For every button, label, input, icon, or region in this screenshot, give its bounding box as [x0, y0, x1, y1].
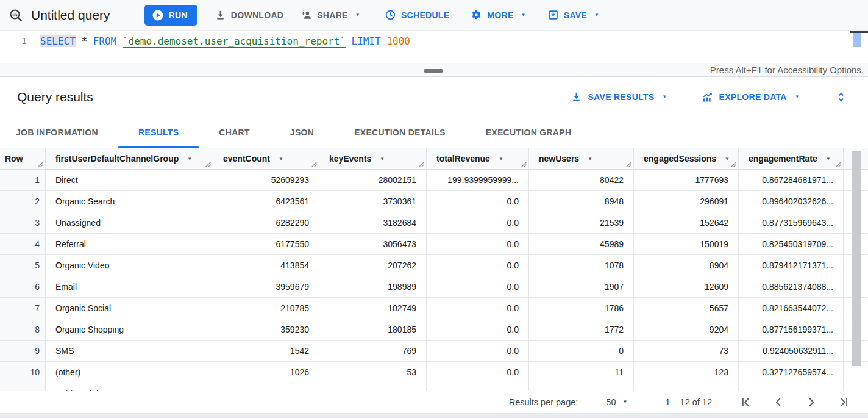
- column-menu-icon[interactable]: ▼: [499, 156, 503, 162]
- column-menu-icon[interactable]: ▼: [279, 156, 283, 162]
- share-label: SHARE: [317, 10, 348, 20]
- table-cell: 6177550: [213, 234, 319, 254]
- table-cell: 3959679: [213, 276, 319, 297]
- last-page-button[interactable]: [838, 395, 851, 409]
- table-cell: 210785: [213, 298, 319, 319]
- column-menu-icon[interactable]: ▼: [187, 156, 192, 162]
- previous-page-button[interactable]: [772, 395, 785, 409]
- clock-icon: [385, 9, 396, 21]
- table-row: 8Organic Shopping3592301801850.017729204…: [0, 319, 868, 341]
- save-button[interactable]: SAVE ▼: [547, 5, 600, 26]
- table-cell: 53: [319, 362, 427, 383]
- tab-job-information[interactable]: JOB INFORMATION: [0, 117, 118, 148]
- tab-execution-details[interactable]: EXECUTION DETAILS: [334, 117, 466, 148]
- table-cell: 1772: [529, 319, 634, 340]
- table-row: 9SMS15427690.00730.924050632911...: [0, 341, 868, 362]
- table-cell: 0.0: [427, 212, 529, 233]
- next-page-button[interactable]: [805, 395, 818, 409]
- column-menu-icon[interactable]: ▼: [725, 156, 730, 162]
- gear-icon: [471, 9, 482, 21]
- column-header-engagementRate[interactable]: engagementRate▼: [739, 148, 844, 169]
- sql-token-number: 1000: [386, 35, 410, 47]
- tab-execution-graph[interactable]: EXECUTION GRAPH: [466, 117, 592, 148]
- more-button[interactable]: MORE ▼: [471, 5, 525, 26]
- table-cell: 937: [213, 383, 319, 391]
- table-cell: Email: [46, 276, 213, 297]
- first-page-icon: [739, 395, 752, 409]
- table-cell: 1907: [529, 276, 634, 297]
- table-cell: 0.821663544072...: [739, 298, 844, 319]
- table-cell: 5657: [634, 298, 739, 319]
- splitter-handle[interactable]: [424, 69, 443, 73]
- column-resize-icon[interactable]: [205, 161, 211, 167]
- column-resize-icon[interactable]: [37, 161, 43, 167]
- run-button[interactable]: RUN: [144, 5, 197, 26]
- pager: [739, 395, 851, 409]
- table-row: 6Email39596791989890.01907126090.8856213…: [0, 276, 868, 298]
- column-resize-icon[interactable]: [521, 161, 527, 167]
- column-header-engagedSessions[interactable]: engagedSessions▼: [634, 148, 739, 169]
- tab-json[interactable]: JSON: [270, 117, 334, 148]
- table-cell: 0.885621374088...: [739, 276, 844, 297]
- column-header-firstUserDefaultChannelGroup[interactable]: firstUserDefaultChannelGroup▼: [46, 148, 213, 169]
- chevron-left-icon: [772, 395, 785, 409]
- table-cell: 152642: [634, 212, 739, 233]
- explore-data-button[interactable]: EXPLORE DATA ▼: [702, 91, 800, 103]
- bigquery-logo-icon: [9, 8, 23, 23]
- last-page-icon: [838, 395, 851, 409]
- table-row: 11Paid Social9374940.0991.0: [0, 383, 868, 391]
- table-cell: 73: [634, 341, 739, 361]
- save-icon: [547, 9, 559, 21]
- column-resize-icon[interactable]: [625, 161, 631, 167]
- table-cell: 1777693: [634, 170, 739, 190]
- column-header-eventCount[interactable]: eventCount▼: [213, 148, 319, 169]
- save-results-label: SAVE RESULTS: [588, 92, 654, 102]
- page-size-select[interactable]: 50 ▼: [606, 397, 627, 407]
- column-label: firstUserDefaultChannelGroup: [55, 154, 179, 164]
- schedule-button[interactable]: SCHEDULE: [385, 5, 449, 26]
- tab-label: CHART: [219, 128, 250, 137]
- table-row: 4Referral617755030564730.0459891500190.8…: [0, 234, 868, 255]
- column-menu-icon[interactable]: ▼: [826, 156, 831, 162]
- download-button[interactable]: DOWNLOAD: [215, 5, 283, 26]
- line-number: 1: [0, 31, 32, 63]
- sql-token-plain: [116, 35, 123, 47]
- accessibility-note: Press Alt+F1 for Accessibility Options.: [710, 65, 864, 75]
- column-resize-icon[interactable]: [730, 161, 736, 167]
- query-results-header: Query results SAVE RESULTS ▼ EXPLORE DAT…: [0, 77, 868, 117]
- column-header-keyEvents[interactable]: keyEvents▼: [319, 148, 427, 169]
- table-cell: Organic Search: [46, 191, 213, 212]
- column-menu-icon[interactable]: ▼: [588, 156, 592, 162]
- first-page-button[interactable]: [739, 395, 752, 409]
- table-row: 7Organic Social2107851027490.0178656570.…: [0, 298, 868, 319]
- sql-editor[interactable]: 1 SELECT * FROM `demo.demoset.user_acqui…: [0, 31, 868, 63]
- expand-collapse-button[interactable]: [835, 91, 847, 103]
- column-header-newUsers[interactable]: newUsers▼: [529, 148, 634, 169]
- share-button[interactable]: SHARE ▼: [301, 5, 360, 26]
- table-cell: 8948: [529, 191, 634, 212]
- table-cell: 0.867284681971...: [739, 170, 844, 190]
- table-cell: 11: [529, 362, 634, 383]
- table-cell: 0.0: [427, 362, 529, 383]
- play-icon: [152, 9, 164, 21]
- column-resize-icon[interactable]: [835, 161, 841, 167]
- save-results-button[interactable]: SAVE RESULTS ▼: [571, 91, 667, 103]
- table-cell: 0.877315969643...: [739, 212, 844, 233]
- column-resize-icon[interactable]: [418, 161, 424, 167]
- chevron-down-icon: ▼: [662, 95, 667, 99]
- table-cell: 12609: [634, 276, 739, 297]
- editor-scrollbar-thumb[interactable]: [853, 33, 861, 47]
- column-resize-icon[interactable]: [311, 161, 317, 167]
- tab-results[interactable]: RESULTS: [118, 117, 199, 148]
- tab-chart[interactable]: CHART: [199, 117, 270, 148]
- column-header-totalRevenue[interactable]: totalRevenue▼: [427, 148, 529, 169]
- table-scrollbar-thumb[interactable]: [852, 151, 861, 366]
- row-number: 7: [0, 298, 46, 319]
- column-menu-icon[interactable]: ▼: [380, 156, 385, 162]
- sql-token-table-ref: `demo.demoset.user_acquisition_report`: [123, 35, 346, 47]
- column-header-Row[interactable]: Row: [0, 148, 46, 169]
- table-cell: 45989: [529, 234, 634, 254]
- table-cell: 1.0: [739, 383, 844, 391]
- row-number: 2: [0, 191, 46, 212]
- tab-label: EXECUTION DETAILS: [354, 128, 446, 137]
